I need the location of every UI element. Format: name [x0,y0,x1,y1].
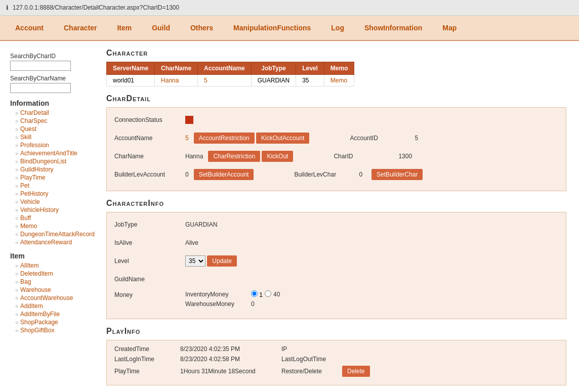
main-content: Character ServerName CharName AccountNam… [99,46,574,392]
isalive-label: IsAlive [114,239,185,246]
lastlogin-row: LastLogInTime 8/23/2020 4:02:58 PM LastL… [114,356,558,363]
sidebar-item-buff[interactable]: Buff [15,214,94,222]
memo-link[interactable]: Memo [330,77,347,84]
inventory-money-radio[interactable] [251,290,258,297]
information-title: Information [10,99,94,107]
level-label: Level [114,257,185,265]
nav-account[interactable]: Account [5,16,54,40]
characterinfo-section: CharacterInfo JobType GUARDIAN IsAlive A… [106,199,566,319]
sidebar-item-attendance[interactable]: AttendanceReward [15,239,94,246]
kickout-account-button[interactable]: KickOutAccount [256,133,309,144]
characterinfo-title: CharacterInfo [106,199,566,208]
connection-status-row: ConnectionStatus [114,113,558,127]
playinfo-panel: CreatedTime 8/23/2020 4:02:35 PM IP Last… [106,340,566,385]
col-servername: ServerName [107,62,155,75]
col-accountname: AccountName [198,62,252,75]
cell-accountname: 5 [198,75,252,86]
set-builder-account-button[interactable]: SetBuilderAccount [194,169,254,180]
nav-item[interactable]: Item [107,16,142,40]
search-by-char-name-input[interactable] [10,83,71,93]
update-button[interactable]: Update [207,255,237,267]
created-time-label: CreatedTime [114,345,180,353]
address-bar: ℹ 127.0.0.1:8888/Character/DetailCharact… [0,0,579,16]
sidebar-item-charspec[interactable]: CharSpec [15,117,94,124]
sidebar-item-pet[interactable]: Pet [15,182,94,189]
cell-memo: Memo [324,75,354,86]
accountname-link[interactable]: 5 [204,77,208,84]
sidebar-item-deleteditem[interactable]: DeletedItem [15,270,94,277]
sidebar-item-shopgiftbox[interactable]: ShopGiftBox [15,327,94,334]
sidebar-item-allitem[interactable]: AllItem [15,262,94,269]
cell-charname: Hanna [155,75,198,86]
characterinfo-panel: JobType GUARDIAN IsAlive Alive Level 35 [106,212,566,319]
charname-field-label: CharName [114,153,185,160]
delete-button[interactable]: Delete [342,366,370,377]
sidebar-item-chardetail[interactable]: CharDetail [15,109,94,116]
accountname-value-link[interactable]: 5 [185,135,189,142]
nav-others[interactable]: Others [180,16,223,40]
url-text: 127.0.0.1:8888/Character/DetailCharacter… [13,4,179,11]
level-select[interactable]: 35 [185,255,205,267]
connection-status-label: ConnectionStatus [114,116,185,123]
accountid-label: AccountID [350,135,410,142]
inventory-money-radio-label: 1 [259,291,263,298]
level-row: Level 35 Update [114,254,558,268]
cell-level: 35 [296,75,324,86]
sidebar-item-guildhistory[interactable]: GuildHistory [15,166,94,173]
sidebar-item-achievement[interactable]: AchievementAndTitle [15,150,94,157]
sidebar-item-memo[interactable]: Memo [15,223,94,230]
table-row: world01 Hanna 5 GUARDIAN 35 Memo [107,75,354,86]
info-icon: ℹ [6,4,9,11]
search-by-char-id-input[interactable] [10,61,71,71]
sidebar-item-playtime[interactable]: PlayTime [15,174,94,181]
builderlev-char-label: BuilderLevChar [294,171,355,178]
sidebar-item-shoppackage[interactable]: ShopPackage [15,319,94,326]
information-list: CharDetail CharSpec Quest Skill Professi… [10,109,94,246]
sidebar-item-accountwarehouse[interactable]: AccountWarehouse [15,294,94,301]
charname-link[interactable]: Hanna [161,77,179,84]
nav-show-information[interactable]: ShowInformation [354,16,432,40]
col-level: Level [296,62,324,75]
character-table: ServerName CharName AccountName JobType … [106,62,354,86]
nav-map[interactable]: Map [432,16,467,40]
sidebar-item-dungeon-attack[interactable]: DungeonTimeAttackRecord [15,231,94,238]
chardetail-panel: ConnectionStatus AccountName 5 AccountRe… [106,107,566,191]
nav-log[interactable]: Log [321,16,354,40]
playtime-row: PlayTime 1Hours 31Minute 18Second Restor… [114,366,558,377]
char-restriction-button[interactable]: CharRestriction [208,151,260,162]
nav-guild[interactable]: Guild [142,16,180,40]
sidebar-item-vehiclehistory[interactable]: VehicleHistory [15,206,94,213]
sidebar-item-bag[interactable]: Bag [15,278,94,285]
sidebar-item-quest[interactable]: Quest [15,125,94,133]
created-time-row: CreatedTime 8/23/2020 4:02:35 PM IP [114,345,558,353]
sidebar-item-binddungeon[interactable]: BindDungeonList [15,158,94,165]
sidebar-item-additembyfile[interactable]: AddItemByFile [15,311,94,318]
search-by-char-id-label: SearchByCharID [10,53,94,60]
col-charname: CharName [155,62,198,75]
sidebar-item-skill[interactable]: Skill [15,134,94,141]
sidebar-item-profession[interactable]: Profession [15,142,94,149]
sidebar-item-warehouse[interactable]: Warehouse [15,286,94,293]
inventory-money-radio2[interactable] [265,290,271,297]
character-section-title: Character [106,49,566,58]
set-builder-char-button[interactable]: SetBuilderChar [371,169,423,180]
sidebar-item-vehicle[interactable]: Vehicle [15,198,94,205]
warehouse-money-value: 0 [251,300,255,308]
chardetail-section: CharDetail ConnectionStatus AccountName … [106,94,566,191]
connection-status-indicator [185,116,193,124]
sidebar-item-additem[interactable]: AddItem [15,302,94,310]
main-nav: Account Character Item Guild Others Mani… [0,16,579,41]
nav-character[interactable]: Character [54,16,107,40]
ip-label: IP [281,345,342,353]
account-restriction-button[interactable]: AccountRestriction [194,133,255,144]
playtime-label: PlayTime [114,368,180,375]
kickout-button[interactable]: KickOut [262,151,293,162]
col-jobtype: JobType [251,62,296,75]
created-time-value: 8/23/2020 4:02:35 PM [180,345,281,353]
guildname-row: GuildName [114,272,558,286]
isalive-row: IsAlive Alive [114,236,558,250]
nav-manipulation[interactable]: ManipulationFunctions [223,16,321,40]
inventory-money-label: InventoryMoney [185,291,251,298]
sidebar-item-pethistory[interactable]: PetHistory [15,190,94,197]
item-title: Item [10,252,94,260]
